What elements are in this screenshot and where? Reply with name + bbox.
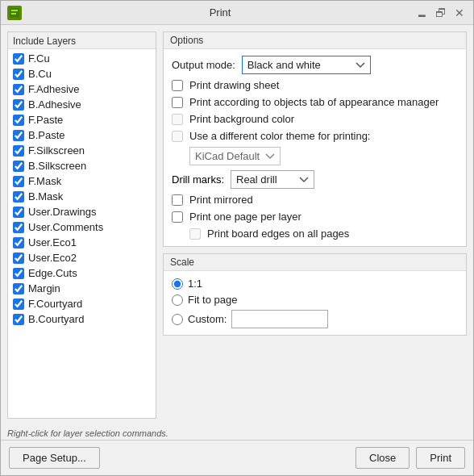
page-setup-button[interactable]: Page Setup...: [9, 447, 100, 469]
layer-checkbox[interactable]: [13, 130, 24, 141]
layer-item: F.Cu: [11, 51, 152, 66]
close-dialog-button[interactable]: Close: [356, 447, 410, 469]
svg-rect-1: [11, 10, 18, 11]
layer-name-label: Edge.Cuts: [28, 267, 77, 279]
layer-name-label: F.Mask: [28, 175, 61, 187]
layer-checkbox[interactable]: [13, 176, 24, 187]
layer-item: B.Mask: [11, 189, 152, 204]
layers-panel-title: Include Layers: [8, 32, 156, 49]
scale-1to1-radio[interactable]: [172, 278, 183, 290]
output-mode-row: Output mode: Black and whiteColor: [172, 56, 458, 74]
scale-group-title: Scale: [164, 254, 466, 271]
layer-item: F.Silkscreen: [11, 143, 152, 158]
layer-item: B.Courtyard: [11, 311, 152, 327]
scale-fit-row: Fit to page: [172, 294, 458, 306]
print-board-edges-checkbox: [189, 228, 201, 240]
layer-name-label: B.Adhesive: [28, 98, 81, 111]
layer-checkbox[interactable]: [13, 237, 24, 248]
print-button[interactable]: Print: [416, 447, 465, 469]
app-icon: [7, 6, 22, 20]
layer-item: Margin: [11, 281, 152, 296]
print-drawing-sheet-checkbox[interactable]: [172, 80, 183, 91]
print-background-checkbox: [172, 114, 183, 125]
dialog-title: Print: [27, 6, 414, 19]
minimize-button[interactable]: 🗕: [414, 6, 430, 19]
layer-checkbox[interactable]: [13, 145, 24, 157]
scale-custom-label: Custom:: [188, 313, 227, 325]
print-board-edges-row: Print board edges on all pages: [172, 228, 458, 240]
svg-rect-2: [11, 13, 16, 15]
scale-custom-input[interactable]: [231, 310, 328, 328]
layer-name-label: B.Paste: [28, 129, 65, 141]
layer-name-label: F.Cu: [28, 52, 50, 65]
print-background-label: Print background color: [189, 113, 294, 125]
layer-checkbox[interactable]: [13, 222, 24, 233]
scale-group: Scale 1:1 Fit to page Custom:: [163, 253, 467, 336]
layer-name-label: Margin: [28, 282, 60, 294]
layer-name-label: B.Cu: [28, 68, 52, 80]
layer-item: User.Comments: [11, 219, 152, 235]
scale-fit-radio[interactable]: [172, 294, 183, 306]
print-mirrored-checkbox[interactable]: [172, 194, 183, 206]
layer-item: User.Eco1: [11, 235, 152, 250]
layer-checkbox[interactable]: [13, 115, 24, 126]
drill-marks-label: Drill marks:: [172, 173, 224, 186]
print-drawing-sheet-label: Print drawing sheet: [189, 79, 279, 91]
layer-name-label: User.Eco2: [28, 252, 77, 264]
layer-name-label: B.Courtyard: [28, 313, 84, 325]
layer-name-label: F.Paste: [28, 114, 63, 126]
print-mirrored-row: Print mirrored: [172, 194, 458, 206]
print-mirrored-label: Print mirrored: [189, 194, 253, 206]
close-button[interactable]: ✕: [452, 6, 467, 19]
output-mode-label: Output mode:: [172, 59, 235, 71]
print-background-row: Print background color: [172, 113, 458, 125]
layer-checkbox[interactable]: [13, 299, 24, 310]
print-one-page-label: Print one page per layer: [189, 211, 301, 223]
layer-name-label: F.Adhesive: [28, 83, 80, 95]
layer-checkbox[interactable]: [13, 161, 24, 172]
footer-right: Close Print: [356, 447, 465, 469]
layer-item: B.Cu: [11, 66, 152, 81]
layer-checkbox[interactable]: [13, 191, 24, 203]
layer-item: User.Eco2: [11, 250, 152, 265]
layer-item: B.Paste: [11, 127, 152, 143]
layer-item: User.Drawings: [11, 204, 152, 219]
scale-custom-row: Custom:: [172, 310, 458, 328]
layer-name-label: B.Mask: [28, 190, 63, 203]
layer-name-label: User.Comments: [28, 221, 103, 233]
layer-checkbox[interactable]: [13, 84, 24, 95]
layer-checkbox[interactable]: [13, 53, 24, 65]
scale-custom-radio[interactable]: [172, 314, 183, 325]
use-color-theme-label: Use a different color theme for printing…: [189, 130, 371, 142]
options-group: Options Output mode: Black and whiteColo…: [163, 31, 467, 247]
layers-panel: Include Layers F.CuB.CuF.AdhesiveB.Adhes…: [7, 31, 156, 419]
layer-checkbox[interactable]: [13, 314, 24, 325]
layer-name-label: F.Silkscreen: [28, 144, 85, 157]
output-mode-select[interactable]: Black and whiteColor: [242, 56, 371, 74]
layer-item: F.Courtyard: [11, 296, 152, 311]
layers-list: F.CuB.CuF.AdhesiveB.AdhesiveF.PasteB.Pas…: [8, 49, 156, 418]
scale-1to1-label: 1:1: [188, 278, 202, 290]
layer-name-label: User.Eco1: [28, 236, 77, 248]
layer-checkbox[interactable]: [13, 207, 24, 218]
layer-checkbox[interactable]: [13, 253, 24, 264]
scale-1to1-row: 1:1: [172, 278, 458, 290]
print-board-edges-label: Print board edges on all pages: [207, 228, 349, 240]
titlebar: Print 🗕 🗗 ✕: [1, 1, 473, 25]
layer-checkbox[interactable]: [13, 69, 24, 80]
color-theme-select-row: KiCad Default: [172, 147, 458, 165]
dialog-body: Include Layers F.CuB.CuF.AdhesiveB.Adhes…: [1, 25, 473, 425]
layer-checkbox[interactable]: [13, 283, 24, 294]
window-controls: 🗕 🗗 ✕: [414, 6, 467, 19]
layer-checkbox[interactable]: [13, 268, 24, 279]
layer-item: F.Mask: [11, 173, 152, 189]
layer-name-label: F.Courtyard: [28, 298, 82, 310]
print-appearance-checkbox[interactable]: [172, 97, 183, 108]
print-one-page-checkbox[interactable]: [172, 211, 183, 223]
drill-marks-select[interactable]: Real drillSmall marksNo marks: [231, 170, 314, 189]
drill-marks-row: Drill marks: Real drillSmall marksNo mar…: [172, 170, 458, 189]
use-color-theme-checkbox: [172, 131, 183, 142]
print-drawing-sheet-row: Print drawing sheet: [172, 79, 458, 91]
layer-checkbox[interactable]: [13, 99, 24, 111]
maximize-button[interactable]: 🗗: [433, 6, 449, 19]
